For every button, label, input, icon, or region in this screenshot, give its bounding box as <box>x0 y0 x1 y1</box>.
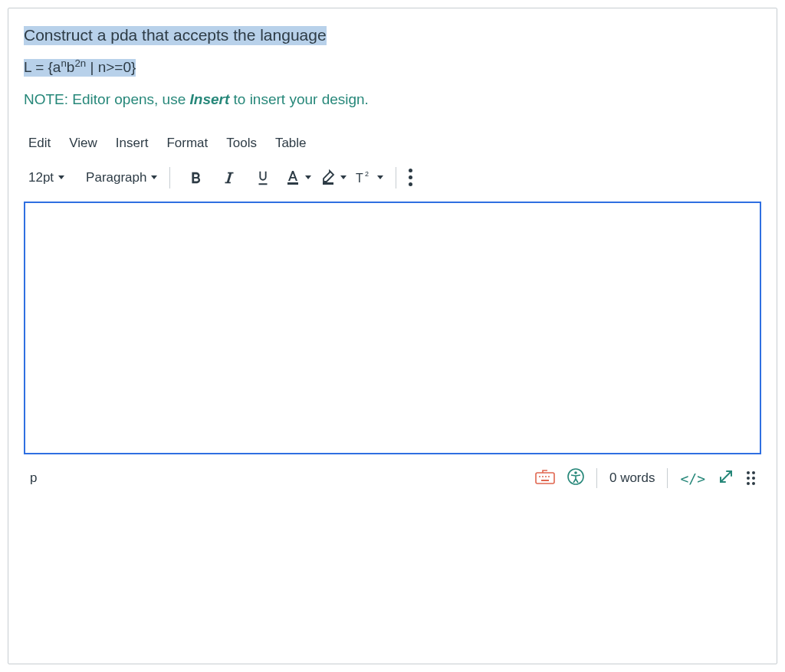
superscript-button[interactable]: T 2 <box>354 169 383 186</box>
menu-view[interactable]: View <box>69 136 97 151</box>
underline-button[interactable] <box>250 165 276 191</box>
toolbar-separator <box>396 167 396 188</box>
note-prefix: NOTE: Editor opens, use <box>24 91 190 107</box>
text-color-button[interactable] <box>284 169 311 187</box>
question-line-1: Construct a pda that accepts the languag… <box>24 22 761 48</box>
svg-point-11 <box>574 471 577 474</box>
rich-text-editor: Edit View Insert Format Tools Table 12pt… <box>24 131 761 492</box>
font-size-label: 12pt <box>28 170 54 185</box>
svg-point-8 <box>548 476 550 477</box>
font-size-dropdown[interactable]: 12pt <box>28 170 64 185</box>
bold-icon <box>187 169 204 186</box>
statusbar-separator <box>596 468 597 488</box>
question-highlight-2: L = {anb2n | n>=0} <box>24 59 136 77</box>
menu-format[interactable]: Format <box>166 136 208 151</box>
block-type-label: Paragraph <box>86 170 146 185</box>
keyboard-shortcuts-button[interactable] <box>535 469 555 488</box>
formula-mid: b <box>67 59 75 75</box>
svg-text:T: T <box>356 172 363 185</box>
chevron-down-icon <box>58 175 64 179</box>
fullscreen-button[interactable] <box>718 468 734 489</box>
svg-point-5 <box>539 476 540 477</box>
html-view-button[interactable]: </> <box>680 470 705 487</box>
question-highlight-1: Construct a pda that accepts the languag… <box>24 26 327 45</box>
editor-statusbar: p <box>24 454 761 492</box>
toolbar-separator <box>169 167 170 188</box>
chevron-down-icon <box>305 175 311 179</box>
text-color-icon <box>284 169 302 187</box>
accessibility-icon <box>567 468 584 485</box>
formula-super-2: 2n <box>74 57 86 69</box>
svg-rect-1 <box>323 182 333 185</box>
resize-handle[interactable] <box>747 471 755 485</box>
note-suffix: to insert your design. <box>229 91 369 107</box>
accessibility-checker-button[interactable] <box>567 468 584 489</box>
chevron-down-icon <box>151 175 157 179</box>
question-note: NOTE: Editor opens, use Insert to insert… <box>24 91 761 108</box>
chevron-down-icon <box>340 175 347 179</box>
formula-suffix: | n>=0} <box>86 59 136 75</box>
svg-rect-0 <box>287 182 298 185</box>
menu-table[interactable]: Table <box>275 136 307 151</box>
svg-rect-4 <box>536 473 554 484</box>
note-insert-word: Insert <box>190 91 230 107</box>
editor-toolbar: 12pt Paragraph <box>24 162 761 202</box>
highlight-color-button[interactable] <box>319 169 347 187</box>
svg-point-7 <box>545 476 547 477</box>
word-count[interactable]: 0 words <box>609 470 655 486</box>
more-options-button[interactable] <box>409 169 412 186</box>
bold-button[interactable] <box>182 165 209 191</box>
statusbar-right: 0 words </> <box>535 468 755 489</box>
italic-icon <box>221 169 238 186</box>
svg-text:2: 2 <box>365 170 369 178</box>
italic-button[interactable] <box>216 165 242 191</box>
underline-icon <box>255 169 271 187</box>
menu-insert[interactable]: Insert <box>116 136 149 151</box>
editor-content-area[interactable] <box>24 202 761 454</box>
expand-icon <box>718 468 734 485</box>
block-type-dropdown[interactable]: Paragraph <box>86 170 157 185</box>
svg-rect-9 <box>541 480 549 481</box>
chevron-down-icon <box>377 175 383 179</box>
question-container: Construct a pda that accepts the languag… <box>8 8 777 664</box>
editor-menubar: Edit View Insert Format Tools Table <box>24 131 761 162</box>
menu-tools[interactable]: Tools <box>226 136 257 151</box>
formula-prefix: L = {a <box>24 59 61 75</box>
statusbar-separator <box>667 468 668 488</box>
question-formula: L = {anb2n | n>=0} <box>24 57 761 76</box>
element-path[interactable]: p <box>30 470 37 486</box>
keyboard-icon <box>535 469 555 484</box>
superscript-icon: T 2 <box>354 169 374 186</box>
highlight-icon <box>319 169 337 187</box>
menu-edit[interactable]: Edit <box>28 136 51 151</box>
svg-point-6 <box>542 476 544 477</box>
formula-super-1: n <box>61 57 66 69</box>
